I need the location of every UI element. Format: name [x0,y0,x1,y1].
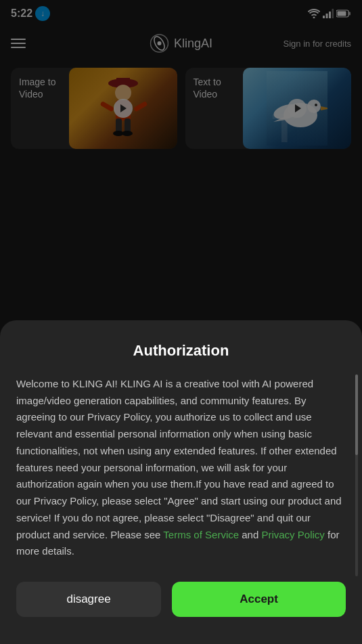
scroll-thumb [355,374,358,455]
privacy-policy-link[interactable]: Privacy Policy [261,529,324,540]
scroll-indicator [355,374,358,576]
terms-of-service-link[interactable]: Terms of Service [163,529,239,540]
authorization-modal: Authorization Welcome to KLING AI! KLING… [0,320,362,644]
modal-actions: disagree Accept [16,582,346,617]
modal-middle-text: and [239,529,261,540]
modal-body: Welcome to KLING AI! KLING AI is a creat… [16,376,346,560]
modal-title: Authorization [16,342,346,360]
accept-button[interactable]: Accept [172,582,346,617]
disagree-button[interactable]: disagree [16,582,161,617]
modal-body-text: Welcome to KLING AI! KLING AI is a creat… [16,378,342,540]
